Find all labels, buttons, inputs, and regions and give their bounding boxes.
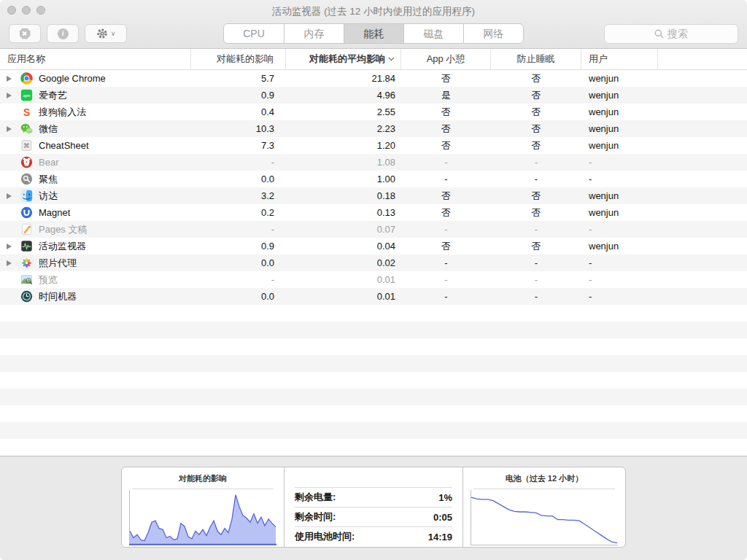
prevent-sleep-cell: 否 [491, 87, 581, 104]
column-header-user[interactable]: 用户 [581, 49, 658, 69]
spacer-cell [658, 154, 747, 171]
app-nap-cell: 否 [401, 104, 491, 120]
app-name-label: 时间机器 [39, 290, 77, 303]
table-row[interactable]: 预览-0.01--- [0, 271, 747, 288]
disclosure-triangle-icon[interactable] [7, 193, 12, 199]
app-name-cell: Pages 文稿 [0, 221, 191, 238]
table-header: 应用名称 对能耗的影响 对能耗的平均影响 App 小憩 防止睡眠 用户 [0, 49, 747, 70]
prevent-sleep-cell: 否 [491, 238, 581, 254]
energy-impact-cell: 0.0 [191, 254, 286, 271]
app-nap-cell: 否 [401, 137, 491, 154]
disclosure-triangle-icon[interactable] [7, 76, 12, 82]
quit-process-button[interactable] [9, 24, 41, 43]
column-header-prevent-sleep[interactable]: 防止睡眠 [491, 49, 581, 69]
empty-row [0, 439, 747, 456]
pages-icon [20, 223, 33, 236]
app-name-cell: S搜狗输入法 [0, 104, 191, 120]
energy-impact-cell: - [191, 271, 286, 288]
app-name-label: 活动监视器 [39, 240, 86, 253]
table-row[interactable]: iQIYI爱奇艺0.94.96是否wenjun [0, 87, 747, 104]
column-header-app-nap[interactable]: App 小憩 [401, 49, 491, 69]
user-cell: - [581, 154, 658, 171]
inspect-process-button[interactable] [47, 24, 79, 43]
prevent-sleep-cell: - [491, 154, 581, 171]
table-row[interactable]: Pages 文稿-0.07--- [0, 221, 747, 238]
table-row[interactable]: 微信10.32.23否否wenjun [0, 120, 747, 137]
disclosure-triangle-icon[interactable] [7, 126, 12, 132]
tab-cpu[interactable]: CPU [224, 24, 284, 43]
battery-stat-row: 剩余电量:1% [295, 487, 452, 507]
svg-text:iQIYI: iQIYI [23, 94, 31, 98]
battery-stats: 剩余电量:1%剩余时间:0:05使用电池时间:14:19 [285, 467, 462, 546]
app-name-label: 微信 [39, 122, 58, 136]
column-header-spacer[interactable] [658, 49, 747, 69]
energy-impact-cell: 5.7 [191, 70, 286, 87]
table-row[interactable]: 时间机器0.00.01--- [0, 288, 747, 305]
spacer-cell [658, 238, 747, 254]
battery-chart-panel: 电池（过去 12 小时） [463, 467, 625, 547]
table-row[interactable]: 聚焦0.01.00--- [0, 171, 747, 187]
empty-row [0, 305, 747, 322]
disclosure-triangle-icon[interactable] [7, 244, 12, 249]
view-tabs: CPU内存能耗磁盘网络 [223, 23, 524, 44]
photos-icon [20, 257, 33, 269]
tab-energy[interactable]: 能耗 [344, 24, 403, 43]
chrome-icon [20, 72, 33, 85]
user-cell: - [581, 221, 658, 238]
sogou-icon: S [20, 106, 33, 118]
energy-impact-cell: 10.3 [191, 120, 286, 137]
prevent-sleep-cell: - [491, 271, 581, 288]
app-name-cell: Magnet [0, 204, 191, 221]
avg-energy-impact-cell: 0.07 [286, 221, 401, 238]
prevent-sleep-cell: - [491, 254, 581, 271]
table-row[interactable]: 访达3.20.18否否wenjun [0, 187, 747, 204]
app-name-label: 照片代理 [39, 257, 77, 270]
avg-energy-impact-cell: 21.84 [286, 70, 401, 87]
app-nap-cell: - [401, 271, 491, 288]
tab-network[interactable]: 网络 [463, 24, 523, 43]
table-row[interactable]: S搜狗输入法0.42.55否否wenjun [0, 104, 747, 120]
avg-energy-impact-cell: 1.00 [286, 171, 401, 187]
table-row[interactable]: Magnet0.20.13否否wenjun [0, 204, 747, 221]
footer-panel: 对能耗的影响 剩余电量:1%剩余时间:0:05使用电池时间:14:19 电池（过… [0, 456, 747, 560]
column-header-energy-impact[interactable]: 对能耗的影响 [191, 49, 286, 69]
iqiyi-icon: iQIYI [20, 89, 33, 101]
tab-memory[interactable]: 内存 [284, 24, 344, 43]
avg-energy-impact-cell: 0.01 [286, 288, 401, 305]
app-name-label: Magnet [39, 207, 70, 218]
prevent-sleep-cell: 否 [491, 187, 581, 204]
app-name-cell: 微信 [0, 120, 191, 137]
battery-stat-value: 14:19 [428, 532, 452, 542]
table-row[interactable]: 活动监视器0.90.04否否wenjun [0, 238, 747, 254]
search-field[interactable]: 搜索 [604, 24, 738, 44]
tab-disk[interactable]: 磁盘 [403, 24, 463, 43]
battery-stat-label: 使用电池时间: [295, 530, 355, 543]
table-row[interactable]: Bear-1.08--- [0, 154, 747, 171]
user-cell: - [581, 288, 658, 305]
energy-impact-cell: 7.3 [191, 137, 286, 154]
options-menu-button[interactable]: ∨ [85, 24, 127, 43]
empty-row [0, 355, 747, 372]
activity-monitor-window: 活动监视器 (过去 12 小时内使用过的应用程序) ∨ CPU内存能耗磁盘网络 [0, 0, 747, 560]
table-row[interactable]: Google Chrome5.721.84否否wenjun [0, 70, 747, 87]
spacer-cell [658, 187, 747, 204]
column-header-avg-energy-impact[interactable]: 对能耗的平均影响 [286, 49, 401, 69]
app-name-cell: 照片代理 [0, 254, 191, 271]
app-nap-cell: 否 [401, 120, 491, 137]
svg-text:S: S [23, 106, 31, 118]
energy-impact-cell: 0.4 [191, 104, 286, 120]
time-machine-icon [20, 290, 33, 303]
disclosure-triangle-icon[interactable] [7, 260, 12, 266]
empty-row [0, 389, 747, 405]
energy-impact-cell: - [191, 154, 286, 171]
column-header-app-name[interactable]: 应用名称 [0, 49, 191, 69]
table-row[interactable]: ⌘CheatSheet7.31.20否否wenjun [0, 137, 747, 154]
app-nap-cell: - [401, 154, 491, 171]
empty-row [0, 405, 747, 422]
table-row[interactable]: 照片代理0.00.02--- [0, 254, 747, 271]
spacer-cell [658, 204, 747, 221]
quit-process-icon [20, 28, 31, 39]
app-name-cell: 活动监视器 [0, 238, 191, 254]
cheatsheet-icon: ⌘ [20, 139, 33, 152]
disclosure-triangle-icon[interactable] [7, 93, 12, 98]
